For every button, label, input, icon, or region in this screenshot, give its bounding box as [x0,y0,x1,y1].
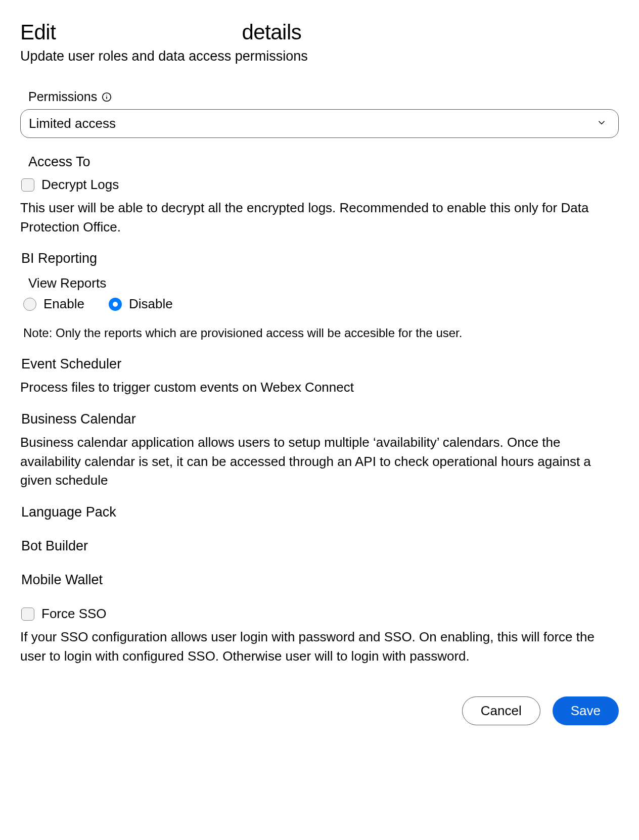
force-sso-row: Force SSO [21,606,619,622]
force-sso-description: If your SSO configuration allows user lo… [20,628,619,666]
decrypt-logs-description: This user will be able to decrypt all th… [20,199,619,237]
permissions-select[interactable]: Limited access [20,109,619,138]
button-row: Cancel Save [20,696,619,725]
bot-builder-heading: Bot Builder [21,538,619,554]
force-sso-label: Force SSO [41,606,107,622]
view-reports-radio-group: Enable Disable [23,296,619,312]
radio-enable-label: Enable [43,296,84,312]
page-title: Editdetails [20,20,619,44]
event-scheduler-description: Process files to trigger custom events o… [20,378,619,397]
view-reports-label: View Reports [28,275,619,291]
cancel-button[interactable]: Cancel [462,696,540,725]
permissions-label-row: Permissions [28,89,619,104]
svg-point-2 [106,95,107,95]
redacted-name [58,24,240,44]
radio-disable[interactable] [109,298,122,311]
decrypt-logs-row: Decrypt Logs [21,177,619,193]
decrypt-logs-checkbox[interactable] [21,178,34,192]
bi-note: Note: Only the reports which are provisi… [23,326,619,340]
radio-enable[interactable] [23,298,36,311]
business-calendar-heading: Business Calendar [21,411,619,427]
title-suffix: details [242,20,301,44]
radio-disable-label: Disable [129,296,173,312]
business-calendar-description: Business calendar application allows use… [20,433,619,490]
bi-reporting-heading: BI Reporting [21,251,619,266]
decrypt-logs-label: Decrypt Logs [41,177,119,193]
info-icon[interactable] [101,91,112,103]
view-reports-disable-option[interactable]: Disable [109,296,173,312]
force-sso-checkbox[interactable] [21,608,34,621]
access-to-heading: Access To [28,154,619,170]
view-reports-enable-option[interactable]: Enable [23,296,84,312]
event-scheduler-heading: Event Scheduler [21,356,619,372]
save-button[interactable]: Save [553,696,619,725]
permissions-label: Permissions [28,89,97,104]
mobile-wallet-heading: Mobile Wallet [21,572,619,588]
page-subtitle: Update user roles and data access permis… [20,49,619,64]
chevron-down-icon [596,116,607,131]
permissions-selected-value: Limited access [29,116,116,131]
title-prefix: Edit [20,20,56,44]
language-pack-heading: Language Pack [21,504,619,520]
